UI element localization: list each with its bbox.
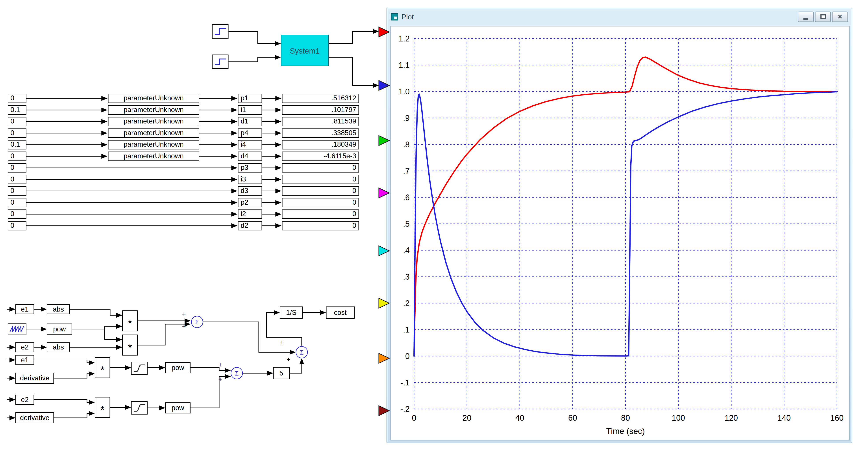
- param-value-p2[interactable]: 0: [282, 198, 359, 207]
- restore-button[interactable]: [815, 11, 831, 22]
- plot-window: Plot ✕ 020406080100120140160-.2-.10.1.2.…: [386, 8, 852, 443]
- param-name-d3[interactable]: d3: [238, 186, 262, 196]
- y-tick-label: -.2: [400, 405, 410, 414]
- param-value-d1[interactable]: .811539: [282, 117, 359, 126]
- chart: 020406080100120140160-.2-.10.1.2.3.4.5.6…: [391, 26, 849, 440]
- window-title: Plot: [402, 12, 414, 21]
- plus-label: +: [217, 376, 223, 382]
- multiply-block-3[interactable]: *: [95, 357, 110, 378]
- param-block-d1[interactable]: parameterUnknown: [108, 117, 199, 126]
- multiply-block-1[interactable]: *: [122, 310, 138, 332]
- param-input-p1[interactable]: 0: [8, 94, 26, 103]
- param-input-d3[interactable]: 0: [8, 186, 26, 196]
- param-value-p3[interactable]: 0: [282, 163, 359, 173]
- gain-block[interactable]: 5: [273, 367, 290, 379]
- param-block-i1[interactable]: parameterUnknown: [108, 105, 199, 115]
- y-tick-label: 0: [405, 352, 410, 361]
- param-input-i4[interactable]: 0.1: [8, 140, 26, 149]
- param-value-i1[interactable]: .101797: [282, 105, 359, 115]
- saturation-block-2[interactable]: [131, 401, 148, 415]
- param-input-d1[interactable]: 0: [8, 117, 26, 126]
- e1-block-upper[interactable]: e1: [16, 304, 34, 314]
- y-tick-label: .2: [403, 299, 410, 308]
- x-tick-label: 120: [724, 414, 738, 423]
- param-value-d3[interactable]: 0: [282, 186, 359, 196]
- param-name-d2[interactable]: d2: [238, 221, 262, 231]
- derivative-block-2[interactable]: derivative: [16, 412, 54, 423]
- integrator-block[interactable]: 1/S: [280, 307, 303, 319]
- param-value-d2[interactable]: 0: [282, 221, 359, 231]
- noise-source-block[interactable]: [8, 323, 26, 335]
- param-name-d1[interactable]: d1: [238, 117, 262, 126]
- param-name-p4[interactable]: p4: [238, 129, 262, 138]
- minimize-icon: [803, 18, 809, 20]
- x-tick-label: 100: [672, 414, 685, 423]
- param-input-i1[interactable]: 0.1: [8, 105, 26, 115]
- multiply-block-4[interactable]: *: [95, 397, 110, 418]
- close-button[interactable]: ✕: [832, 11, 848, 22]
- e1-block-lower[interactable]: e1: [16, 355, 34, 365]
- minimize-button[interactable]: [798, 11, 814, 22]
- step-source-block-2[interactable]: [212, 55, 228, 69]
- e2-block-upper[interactable]: e2: [16, 342, 34, 352]
- x-tick-label: 20: [463, 414, 471, 423]
- param-block-p1[interactable]: parameterUnknown: [108, 94, 199, 103]
- pow-block-2[interactable]: pow: [165, 362, 190, 373]
- abs-block-1[interactable]: abs: [47, 304, 70, 314]
- pow-block-3[interactable]: pow: [165, 402, 190, 414]
- saturation-icon: [132, 402, 147, 414]
- param-name-p1[interactable]: p1: [238, 94, 262, 103]
- derivative-block-1[interactable]: derivative: [16, 373, 54, 384]
- sawtooth-icon: [8, 324, 26, 335]
- param-name-i3[interactable]: i3: [238, 175, 262, 185]
- param-name-p2[interactable]: p2: [238, 198, 262, 207]
- param-value-d4[interactable]: -4.6115e-3: [282, 152, 359, 161]
- plus-label: +: [181, 311, 187, 317]
- y-tick-label: -.1: [400, 378, 410, 387]
- multiply-block-2[interactable]: *: [122, 335, 138, 356]
- saturation-icon: [132, 362, 147, 374]
- param-value-i2[interactable]: 0: [282, 209, 359, 219]
- sum-block-2[interactable]: Σ: [296, 346, 308, 358]
- param-input-d2[interactable]: 0: [8, 221, 26, 231]
- saturation-block-1[interactable]: [131, 362, 148, 375]
- param-name-p3[interactable]: p3: [238, 163, 262, 173]
- x-tick-label: 60: [568, 414, 577, 423]
- plus-label: +: [279, 340, 285, 346]
- x-tick-label: 0: [412, 414, 416, 423]
- e2-block-lower[interactable]: e2: [16, 395, 34, 405]
- param-block-i4[interactable]: parameterUnknown: [108, 140, 199, 149]
- param-value-p1[interactable]: .516312: [282, 94, 359, 103]
- plus-label: +: [285, 356, 292, 363]
- y-tick-label: .5: [403, 219, 410, 228]
- param-value-p4[interactable]: .338505: [282, 129, 359, 138]
- param-value-i3[interactable]: 0: [282, 175, 359, 185]
- pow-block-1[interactable]: pow: [47, 324, 72, 335]
- x-tick-label: 40: [516, 414, 524, 423]
- param-input-p4[interactable]: 0: [8, 129, 26, 138]
- param-input-i3[interactable]: 0: [8, 175, 26, 185]
- abs-block-2[interactable]: abs: [47, 342, 70, 352]
- sum-block-1[interactable]: Σ: [191, 316, 203, 328]
- system1-block[interactable]: System1: [281, 35, 329, 66]
- y-tick-label: .3: [403, 272, 410, 281]
- titlebar[interactable]: Plot ✕: [387, 8, 852, 25]
- step-source-block-1[interactable]: [212, 24, 228, 38]
- param-name-i4[interactable]: i4: [238, 140, 262, 149]
- param-name-i1[interactable]: i1: [238, 105, 262, 115]
- param-name-i2[interactable]: i2: [238, 209, 262, 219]
- param-block-d4[interactable]: parameterUnknown: [108, 152, 199, 161]
- param-input-i2[interactable]: 0: [8, 209, 26, 219]
- y-tick-label: 1.1: [399, 61, 410, 70]
- param-input-d4[interactable]: 0: [8, 152, 26, 161]
- sum-block-3[interactable]: Σ: [231, 367, 243, 379]
- step-icon: [213, 55, 228, 68]
- param-block-p4[interactable]: parameterUnknown: [108, 129, 199, 138]
- cost-block[interactable]: cost: [326, 307, 354, 319]
- param-input-p3[interactable]: 0: [8, 163, 26, 173]
- y-tick-label: .1: [403, 325, 410, 334]
- y-tick-label: .9: [403, 114, 410, 122]
- param-input-p2[interactable]: 0: [8, 198, 26, 207]
- param-name-d4[interactable]: d4: [238, 152, 262, 161]
- param-value-i4[interactable]: .180349: [282, 140, 359, 149]
